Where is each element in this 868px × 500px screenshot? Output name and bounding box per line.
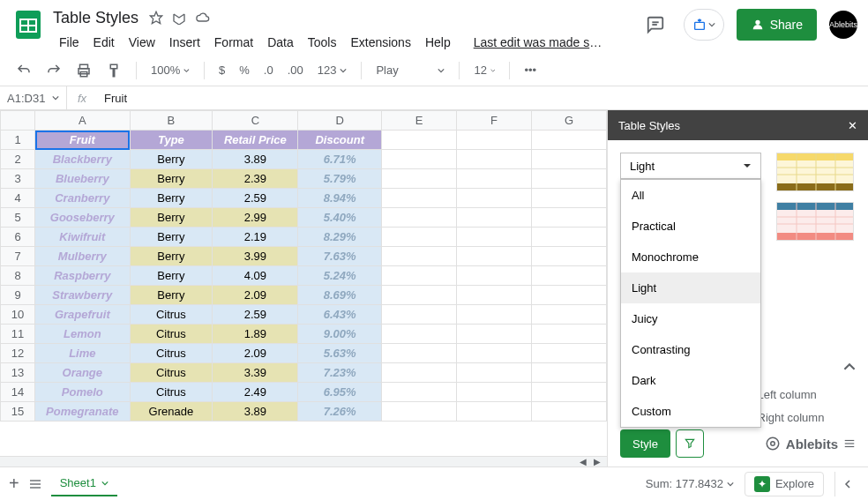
cell[interactable] bbox=[531, 266, 606, 286]
font-size-select[interactable]: 12 bbox=[468, 60, 500, 80]
cell[interactable]: 1.89 bbox=[213, 325, 298, 344]
col-header[interactable]: B bbox=[130, 111, 213, 131]
cell[interactable]: Cranberry bbox=[35, 189, 130, 208]
cell[interactable]: Grenade bbox=[130, 402, 213, 422]
all-sheets-icon[interactable] bbox=[28, 477, 42, 491]
cell[interactable]: Orange bbox=[35, 363, 130, 383]
cell[interactable]: 7.26% bbox=[298, 402, 382, 422]
cell[interactable]: 7.63% bbox=[298, 247, 382, 266]
cell[interactable]: 7.23% bbox=[298, 363, 382, 383]
cell[interactable]: Berry bbox=[130, 228, 213, 247]
cell[interactable] bbox=[382, 325, 457, 344]
cell[interactable]: 8.29% bbox=[298, 228, 382, 247]
col-header[interactable]: G bbox=[531, 111, 606, 131]
cell[interactable] bbox=[382, 208, 457, 228]
cell[interactable]: Gooseberry bbox=[35, 208, 130, 228]
last-edit[interactable]: Last edit was made se… bbox=[468, 32, 609, 53]
increase-decimal-icon[interactable]: .00 bbox=[282, 60, 309, 80]
style-button[interactable]: Style bbox=[620, 429, 670, 458]
cell[interactable]: 8.69% bbox=[298, 286, 382, 305]
menu-file[interactable]: File bbox=[53, 32, 86, 53]
cell[interactable] bbox=[382, 150, 457, 169]
cell[interactable]: Kiwifruit bbox=[35, 228, 130, 247]
cell[interactable]: 2.59 bbox=[213, 305, 298, 325]
print-icon[interactable] bbox=[71, 59, 97, 82]
cell[interactable]: Type bbox=[130, 131, 213, 150]
cell[interactable]: 4.09 bbox=[213, 266, 298, 286]
cell[interactable] bbox=[531, 305, 606, 325]
collapse-icon[interactable] bbox=[843, 361, 856, 373]
cell[interactable]: 3.99 bbox=[213, 247, 298, 266]
cell[interactable]: Berry bbox=[130, 286, 213, 305]
row-header[interactable]: 10 bbox=[1, 305, 35, 325]
cell[interactable] bbox=[531, 247, 606, 266]
formula-input[interactable]: Fruit bbox=[97, 92, 134, 105]
dropdown-option[interactable]: Juicy bbox=[621, 303, 760, 334]
menu-format[interactable]: Format bbox=[208, 32, 259, 53]
cell[interactable] bbox=[382, 305, 457, 325]
cell[interactable] bbox=[382, 344, 457, 363]
cell[interactable] bbox=[531, 344, 606, 363]
col-header[interactable]: C bbox=[213, 111, 298, 131]
close-icon[interactable]: ✕ bbox=[848, 119, 857, 132]
col-header[interactable]: A bbox=[35, 111, 130, 131]
add-sheet-icon[interactable]: + bbox=[9, 474, 19, 494]
cell[interactable]: 6.71% bbox=[298, 150, 382, 169]
dropdown-option[interactable]: Monochrome bbox=[621, 242, 760, 272]
cell[interactable]: Blackberry bbox=[35, 150, 130, 169]
menu-data[interactable]: Data bbox=[261, 32, 300, 53]
dropdown-option[interactable]: Light bbox=[621, 272, 760, 303]
cell[interactable] bbox=[531, 325, 606, 344]
row-header[interactable]: 8 bbox=[1, 266, 35, 286]
category-select[interactable]: Light bbox=[620, 153, 761, 179]
cell[interactable]: 6.43% bbox=[298, 305, 382, 325]
cell[interactable]: Pomelo bbox=[35, 383, 130, 402]
row-header[interactable]: 3 bbox=[1, 169, 35, 189]
menu-edit[interactable]: Edit bbox=[87, 32, 121, 53]
menu-help[interactable]: Help bbox=[419, 32, 457, 53]
cell[interactable]: 5.79% bbox=[298, 169, 382, 189]
zoom-select[interactable]: 100% bbox=[146, 60, 195, 80]
cell[interactable]: Berry bbox=[130, 150, 213, 169]
cell[interactable] bbox=[531, 286, 606, 305]
cell[interactable]: Berry bbox=[130, 247, 213, 266]
cell[interactable] bbox=[456, 363, 531, 383]
scroll-right-icon[interactable]: ▶ bbox=[591, 458, 603, 466]
cell[interactable] bbox=[456, 305, 531, 325]
ablebits-brand[interactable]: Ablebits bbox=[765, 436, 856, 451]
cell[interactable]: Berry bbox=[130, 208, 213, 228]
cell[interactable] bbox=[531, 383, 606, 402]
paint-format-icon[interactable] bbox=[101, 59, 127, 82]
row-header[interactable]: 15 bbox=[1, 402, 35, 422]
cell[interactable]: Retail Price bbox=[213, 131, 298, 150]
currency-icon[interactable]: $ bbox=[213, 60, 230, 80]
cell[interactable] bbox=[531, 402, 606, 422]
cell[interactable] bbox=[456, 325, 531, 344]
filter-button[interactable] bbox=[676, 429, 704, 458]
cell[interactable]: 5.40% bbox=[298, 208, 382, 228]
cell[interactable]: Blueberry bbox=[35, 169, 130, 189]
cell[interactable]: 2.59 bbox=[213, 189, 298, 208]
cell[interactable] bbox=[456, 402, 531, 422]
cell[interactable] bbox=[382, 247, 457, 266]
cell[interactable]: Pomegranate bbox=[35, 402, 130, 422]
cell[interactable] bbox=[456, 208, 531, 228]
cell[interactable] bbox=[382, 402, 457, 422]
dropdown-option[interactable]: Practical bbox=[621, 211, 760, 242]
decrease-decimal-icon[interactable]: .0 bbox=[258, 60, 279, 80]
dropdown-option[interactable]: Custom bbox=[621, 396, 760, 427]
cell[interactable] bbox=[531, 208, 606, 228]
cell[interactable]: 3.89 bbox=[213, 402, 298, 422]
row-header[interactable]: 9 bbox=[1, 286, 35, 305]
cell[interactable]: 5.63% bbox=[298, 344, 382, 363]
row-header[interactable]: 5 bbox=[1, 208, 35, 228]
cell[interactable]: 9.00% bbox=[298, 325, 382, 344]
dropdown-option[interactable]: Contrasting bbox=[621, 334, 760, 365]
star-icon[interactable] bbox=[149, 11, 163, 25]
font-select[interactable]: Play bbox=[370, 60, 450, 80]
cloud-icon[interactable] bbox=[195, 11, 211, 25]
name-box[interactable]: A1:D31 bbox=[0, 86, 67, 109]
col-header[interactable]: F bbox=[456, 111, 531, 131]
cell[interactable]: Lime bbox=[35, 344, 130, 363]
row-header[interactable]: 4 bbox=[1, 189, 35, 208]
